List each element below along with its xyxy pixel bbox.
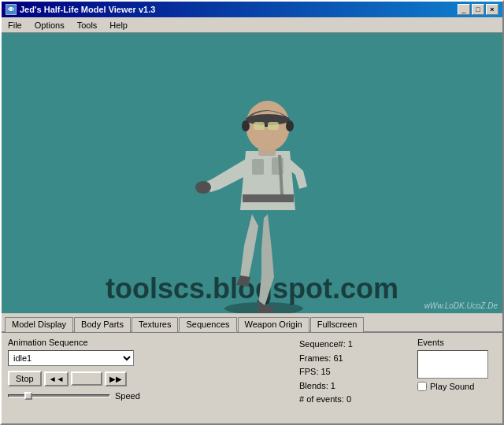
play-sound-label: Play Sound [430,382,474,391]
titlebar: 👁 Jed's Half-Life Model Viewer v1.3 _ □ … [2,2,502,17]
viewport: toolscs.blogspot.com [2,33,502,313]
seq-frames: Frames: 61 [299,352,402,366]
tab-textures[interactable]: Textures [132,317,179,332]
rewind-button[interactable]: ◄◄ [44,371,69,386]
menu-help[interactable]: Help [106,20,131,31]
app-icon: 👁 [6,4,17,15]
sequences-panel: Animation Sequence idle1 Stop ◄◄ ▶▶ [2,333,502,412]
events-label: Events [417,338,496,347]
animation-sequence-label: Animation Sequence [8,338,284,347]
tab-fullscreen[interactable]: Fullscreen [310,317,365,332]
maximize-button[interactable]: □ [472,4,484,15]
close-button[interactable]: × [486,4,498,15]
tab-model-display[interactable]: Model Display [5,317,73,332]
sequence-info-section: Sequence#: 1 Frames: 61 FPS: 15 Blends: … [299,338,402,407]
play-sound-checkbox[interactable] [417,382,427,391]
svg-point-4 [195,181,211,194]
svg-rect-9 [268,122,279,130]
sequence-info: Sequence#: 1 Frames: 61 FPS: 15 Blends: … [299,338,402,407]
main-window: 👁 Jed's Half-Life Model Viewer v1.3 _ □ … [0,0,504,425]
speed-label: Speed [115,391,140,401]
seq-fps: FPS: 15 [299,365,402,379]
titlebar-buttons: _ □ × [458,4,498,15]
tab-sequences[interactable]: Sequences [179,317,236,332]
fastforward-button[interactable]: ▶▶ [105,371,127,386]
frame-display [71,371,102,386]
viewport-credit: wWw.LoDK.UcoZ.De [424,301,498,310]
events-listbox[interactable] [417,350,488,379]
stop-button[interactable]: Stop [8,371,42,386]
svg-rect-2 [252,159,264,175]
seq-events-count: # of events: 0 [299,393,402,407]
playback-controls: Stop ◄◄ ▶▶ [8,371,284,386]
menubar: File Options Tools Help [2,17,502,33]
character-figure [189,57,346,313]
minimize-button[interactable]: _ [458,4,470,15]
svg-point-12 [286,120,294,131]
menu-tools[interactable]: Tools [74,20,101,31]
speed-slider-track[interactable] [8,394,110,397]
speed-slider-thumb[interactable] [24,392,32,400]
svg-rect-8 [254,122,265,130]
animation-section: Animation Sequence idle1 Stop ◄◄ ▶▶ [8,338,284,407]
seq-number: Sequence#: 1 [299,338,402,352]
tab-weapon-origin[interactable]: Weapon Origin [238,317,309,332]
bottom-panel: Model Display Body Parts Textures Sequen… [2,313,502,423]
svg-point-7 [246,114,290,125]
animation-dropdown-row: idle1 [8,350,284,366]
animation-select[interactable]: idle1 [8,350,134,366]
titlebar-left: 👁 Jed's Half-Life Model Viewer v1.3 [6,4,155,15]
tab-body-parts[interactable]: Body Parts [74,317,131,332]
seq-blends: Blends: 1 [299,379,402,394]
play-sound-row: Play Sound [417,382,496,391]
speed-slider-row: Speed [8,391,284,401]
events-section: Events Play Sound [417,338,496,407]
menu-options[interactable]: Options [32,20,68,31]
svg-point-11 [242,120,250,131]
tabs-bar: Model Display Body Parts Textures Sequen… [2,313,502,333]
menu-file[interactable]: File [5,20,25,31]
window-title: Jed's Half-Life Model Viewer v1.3 [20,5,155,14]
svg-rect-1 [243,194,294,202]
